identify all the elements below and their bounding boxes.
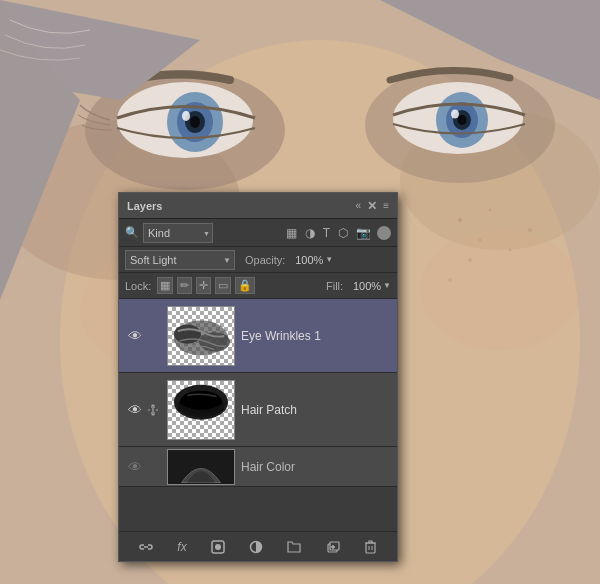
text-filter-icon[interactable]: T	[321, 225, 332, 241]
layers-list: 👁 Eye Wrinkles 1	[119, 299, 397, 531]
search-icon: 🔍	[125, 226, 139, 239]
svg-point-9	[190, 116, 200, 128]
panel-close-button[interactable]: ✕	[367, 199, 377, 213]
svg-point-21	[489, 209, 492, 212]
lock-move-icon[interactable]: ✛	[196, 277, 211, 294]
fill-arrow[interactable]: ▼	[383, 281, 391, 290]
svg-point-10	[182, 111, 190, 121]
thumb-hair-svg	[168, 381, 234, 439]
link-layers-button[interactable]	[136, 538, 156, 556]
kind-dropdown[interactable]: Kind Name Effect Mode Attribute Color	[143, 223, 213, 243]
panel-toolbar: fx	[119, 531, 397, 561]
lock-all-icon[interactable]: 🔒	[235, 277, 255, 294]
layer-fx-button[interactable]: fx	[174, 538, 189, 556]
shape-filter-icon[interactable]: ⬡	[336, 225, 350, 241]
fill-value[interactable]: 100%	[345, 280, 381, 292]
trash-icon	[364, 540, 377, 554]
lock-paint-icon[interactable]: ✏	[177, 277, 192, 294]
new-layer-icon	[326, 540, 340, 554]
layer-thumbnail	[167, 306, 235, 366]
layer-name: Hair Patch	[241, 403, 391, 417]
add-mask-button[interactable]	[208, 538, 228, 556]
opacity-value[interactable]: 100%	[287, 254, 323, 266]
svg-rect-39	[330, 542, 339, 550]
opacity-label: Opacity:	[245, 254, 285, 266]
fill-label: Fill:	[326, 280, 343, 292]
layer-item[interactable]: 👁 Hair Color	[119, 447, 397, 487]
lock-icons: ▦ ✏ ✛ ▭ 🔒	[157, 277, 255, 294]
adjustment-filter-icon[interactable]: ◑	[303, 225, 317, 241]
opacity-arrow[interactable]: ▼	[325, 255, 333, 264]
opacity-control: Opacity: 100% ▼	[241, 254, 333, 266]
layer-name: Eye Wrinkles 1	[241, 329, 391, 343]
panel-collapse-button[interactable]: «	[356, 200, 362, 211]
lock-transparency-icon[interactable]: ▦	[157, 277, 173, 294]
panel-header: Layers « ✕ ≡	[119, 193, 397, 219]
layer-visibility-toggle[interactable]: 👁	[125, 459, 145, 475]
smart-filter-icon[interactable]: 📷	[354, 225, 373, 241]
thumb-eye-svg	[168, 307, 234, 365]
svg-point-36	[215, 544, 221, 550]
link-icon	[147, 404, 159, 416]
svg-point-19	[458, 218, 462, 222]
filter-icons: ▦ ◑ T ⬡ 📷	[217, 225, 391, 241]
link-icon	[139, 540, 153, 554]
svg-rect-40	[366, 543, 375, 553]
fill-control: Fill: 100% ▼	[326, 280, 391, 292]
svg-point-16	[458, 115, 467, 125]
layer-thumbnail	[167, 449, 235, 485]
pixel-filter-icon[interactable]: ▦	[284, 225, 299, 241]
adjustment-icon	[249, 540, 263, 554]
layer-link-icon	[145, 404, 161, 416]
lock-row: Lock: ▦ ✏ ✛ ▭ 🔒 Fill: 100% ▼	[119, 273, 397, 299]
layer-name: Hair Color	[241, 460, 391, 474]
layer-visibility-toggle[interactable]: 👁	[125, 328, 145, 344]
layer-visibility-toggle[interactable]: 👁	[125, 402, 145, 418]
layers-panel: Layers « ✕ ≡ 🔍 Kind Name Effect Mode Att…	[118, 192, 398, 562]
svg-point-17	[451, 110, 459, 119]
filter-row: 🔍 Kind Name Effect Mode Attribute Color …	[119, 219, 397, 247]
svg-point-27	[420, 230, 580, 350]
layer-item[interactable]: 👁 Hair Patch	[119, 373, 397, 447]
adjustment-layer-button[interactable]	[246, 538, 266, 556]
folder-icon	[287, 540, 301, 554]
svg-point-30	[174, 324, 201, 343]
svg-point-31	[199, 332, 230, 351]
filter-toggle[interactable]	[377, 226, 391, 240]
thumb-hair-color-svg	[168, 449, 234, 485]
blend-mode-dropdown-wrap: Soft Light Normal Multiply Screen Overla…	[125, 250, 235, 270]
mask-icon	[211, 540, 225, 554]
lock-artboard-icon[interactable]: ▭	[215, 277, 231, 294]
create-layer-button[interactable]	[323, 538, 343, 556]
group-layers-button[interactable]	[284, 538, 304, 556]
lock-label: Lock:	[125, 280, 151, 292]
layer-link-empty	[145, 330, 161, 342]
delete-layer-button[interactable]	[361, 538, 380, 556]
panel-menu-button[interactable]: ≡	[383, 200, 389, 211]
blend-mode-dropdown[interactable]: Soft Light Normal Multiply Screen Overla…	[125, 250, 235, 270]
layer-thumbnail	[167, 380, 235, 440]
blend-mode-row: Soft Light Normal Multiply Screen Overla…	[119, 247, 397, 273]
svg-point-25	[528, 228, 532, 232]
panel-title: Layers	[127, 200, 162, 212]
layer-item[interactable]: 👁 Eye Wrinkles 1	[119, 299, 397, 373]
panel-header-controls: « ✕ ≡	[356, 199, 389, 213]
kind-dropdown-wrap: Kind Name Effect Mode Attribute Color ▼	[143, 223, 213, 243]
